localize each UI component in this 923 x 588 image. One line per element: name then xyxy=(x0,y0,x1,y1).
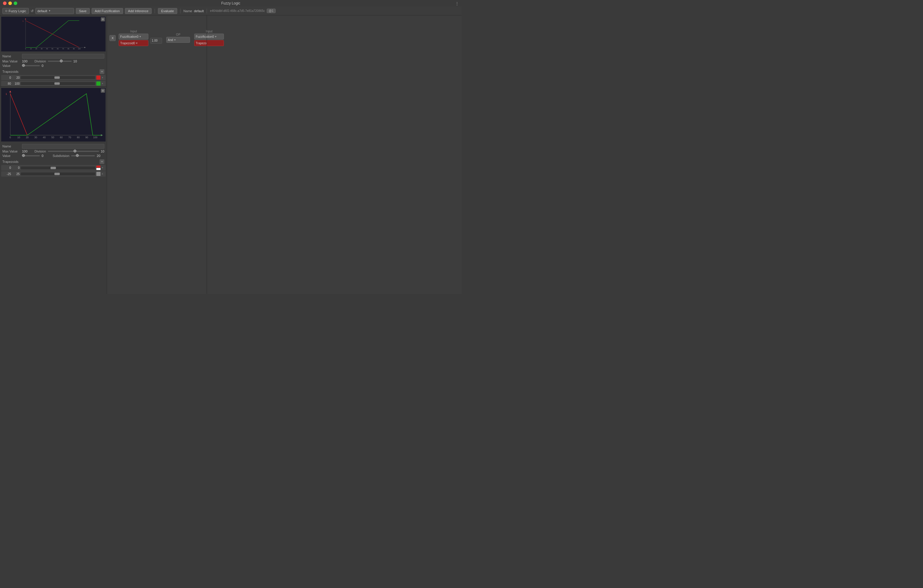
fuzz-dropdown-1[interactable]: Fuzzification0 ▼ xyxy=(119,34,148,39)
inference-input-group-1: Input Fuzzification0 ▼ Trapezoid0 ▼ xyxy=(119,30,148,46)
trap-dropdown-1-chevron: ▼ xyxy=(136,42,138,44)
subdivision-slider-1[interactable] xyxy=(71,155,95,156)
svg-text:50: 50 xyxy=(51,136,54,139)
maxvalue-label-1: Max Value xyxy=(2,149,20,153)
trap-slider-1-1[interactable] xyxy=(21,172,95,176)
separator-3 xyxy=(207,8,207,13)
chart-0-svg: 1 0 10 20 30 40 50 60 70 80 90 100 xyxy=(1,16,105,51)
fuzzy-logic-tab-label: Fuzzy Logic xyxy=(8,9,26,13)
chart-0-close-button[interactable]: ⊠ xyxy=(101,17,105,21)
evaluate-button[interactable]: Evaluate xyxy=(158,8,177,14)
color-swatch-1-0a[interactable] xyxy=(96,166,100,168)
svg-text:30: 30 xyxy=(34,136,37,139)
add-trapezoid-btn-1[interactable]: + xyxy=(100,159,104,164)
maximize-button[interactable] xyxy=(14,2,17,5)
svg-text:30: 30 xyxy=(41,48,43,50)
svg-text:0: 0 xyxy=(10,136,11,139)
trap-slider-1-0[interactable] xyxy=(21,166,95,169)
profile-name: default xyxy=(38,9,47,13)
trapezoid-row-1-1: -25 25 ⌖ xyxy=(1,171,105,177)
name-input-0[interactable] xyxy=(22,54,104,59)
name-label: Name xyxy=(184,9,192,13)
pin-icon-0-1[interactable]: ⌖ xyxy=(102,82,103,85)
trap-slider-0-1[interactable] xyxy=(21,82,95,85)
add-trapezoid-btn-0[interactable]: + xyxy=(100,69,104,74)
name-row-1: Name xyxy=(2,144,104,149)
value-row-1: Value 0 Subdivision 20 xyxy=(2,154,104,158)
pin-icon-1-0[interactable]: ⌖ xyxy=(102,166,103,169)
maxvalue-val-1: 100 xyxy=(22,149,30,153)
maxvalue-val-0: 100 xyxy=(22,59,30,63)
trap-dropdown-1[interactable]: Trapezoid0 ▼ xyxy=(119,40,148,46)
svg-text:100: 100 xyxy=(78,48,80,50)
op-dropdown-label: And xyxy=(168,38,173,42)
color-swatch-1-1[interactable] xyxy=(96,172,100,176)
division-val-0: 10 xyxy=(74,59,77,63)
value-slider-1[interactable] xyxy=(22,155,40,156)
pin-icon-1-1[interactable]: ⌖ xyxy=(102,172,103,176)
name-input-1[interactable] xyxy=(22,144,104,149)
value-num-1: 0 xyxy=(42,154,49,158)
division-val-1: 10 xyxy=(101,149,104,153)
fuzzification-1-controls: Name Max Value 100 Division 10 Value xyxy=(0,143,107,159)
value-slider-0[interactable] xyxy=(22,65,40,66)
refresh-icon[interactable]: ↺ xyxy=(31,9,34,13)
toolbar: ⊙ Fuzzy Logic ↺ default ▼ Save Add Fuzzi… xyxy=(0,7,462,15)
color-swatch-0-0[interactable] xyxy=(96,76,100,80)
fuzzification-0-chart: ⊠ 1 0 10 20 30 xyxy=(1,16,105,51)
menu-dots-icon[interactable]: ⋮ xyxy=(455,1,459,6)
trap-dropdown-2[interactable]: Trapezo xyxy=(194,40,224,46)
color-swatch-1-0b[interactable] xyxy=(96,168,100,170)
fuzz-dropdown-2[interactable]: Fuzzification0 ▼ xyxy=(194,34,224,39)
op-dropdown[interactable]: And ▼ xyxy=(166,37,190,43)
pin-icon-0-0[interactable]: ⌖ xyxy=(102,76,103,79)
add-fuzzification-button[interactable]: Add Fuzzification xyxy=(92,8,123,14)
trapezoid-row-0-1: 80 100 ⌖ xyxy=(1,81,105,86)
inference-op-group: OP And ▼ xyxy=(166,33,190,43)
fuzz-dropdown-1-chevron: ▼ xyxy=(139,35,141,38)
division-slider-1[interactable] xyxy=(48,151,99,152)
value-label-1: Value xyxy=(2,154,20,158)
at-badge: @1 xyxy=(267,8,276,13)
close-button[interactable] xyxy=(3,2,7,5)
trap-v2-1-0: 0 xyxy=(12,166,20,169)
name-label-1: Name xyxy=(2,145,20,148)
svg-text:60: 60 xyxy=(57,48,59,50)
fuzzification-0-controls: Name Max Value 100 Division 10 Value xyxy=(0,53,107,69)
toolbar-section-main: ↺ default ▼ Save Add Fuzzification Add I… xyxy=(31,8,276,14)
title-bar: Fuzzy Logic ⋮ xyxy=(0,0,462,7)
fuzz-dropdown-1-label: Fuzzification0 xyxy=(120,35,138,38)
division-label-0: Division xyxy=(34,59,46,63)
fuzz-dropdown-2-chevron: ▼ xyxy=(214,35,217,38)
trapezoid-row-1-0: 0 0 ⌖ xyxy=(1,165,105,171)
maxvalue-row-1: Max Value 100 Division 10 xyxy=(2,149,104,153)
window-title: Fuzzy Logic xyxy=(221,1,240,5)
main-content: ⊠ 1 0 10 20 30 xyxy=(0,15,462,294)
fuzzification-1-chart: ⊠ 1 0 1 xyxy=(1,88,105,141)
trapezoids-label-0: Trapezoids xyxy=(2,70,18,74)
profile-dropdown[interactable]: default ▼ xyxy=(35,8,74,14)
svg-text:10: 10 xyxy=(30,48,32,50)
add-inference-button[interactable]: Add Inference xyxy=(125,8,152,14)
inference-input-group-2: Input Fuzzification0 ▼ Trapezo xyxy=(194,30,224,46)
trap-v1-1-0: 0 xyxy=(3,166,11,169)
chart-1-close-button[interactable]: ⊠ xyxy=(101,89,105,93)
fuzzy-logic-tab[interactable]: ⊙ Fuzzy Logic xyxy=(2,8,29,14)
separator-2 xyxy=(180,8,181,13)
trap-v1-0-0: 0 xyxy=(3,76,11,79)
color-swatch-0-1[interactable] xyxy=(96,81,100,85)
division-slider-0[interactable] xyxy=(48,61,72,62)
traffic-lights xyxy=(3,2,17,5)
save-button[interactable]: Save xyxy=(76,8,90,14)
trap-v1-0-1: 80 xyxy=(3,82,11,85)
inference-x-button[interactable]: X xyxy=(109,35,116,41)
svg-text:10: 10 xyxy=(17,136,20,139)
minimize-button[interactable] xyxy=(8,2,12,5)
maxvalue-label-0: Max Value xyxy=(2,59,20,63)
svg-text:70: 70 xyxy=(68,136,71,139)
trap-slider-0-0[interactable] xyxy=(21,76,95,79)
svg-text:100: 100 xyxy=(93,136,97,139)
trapezoids-header-1: Trapezoids + xyxy=(0,159,107,165)
trap-dropdown-2-label: Trapezo xyxy=(195,42,206,45)
trapezoid-row-0-0: 0 20 ⌖ xyxy=(1,75,105,80)
